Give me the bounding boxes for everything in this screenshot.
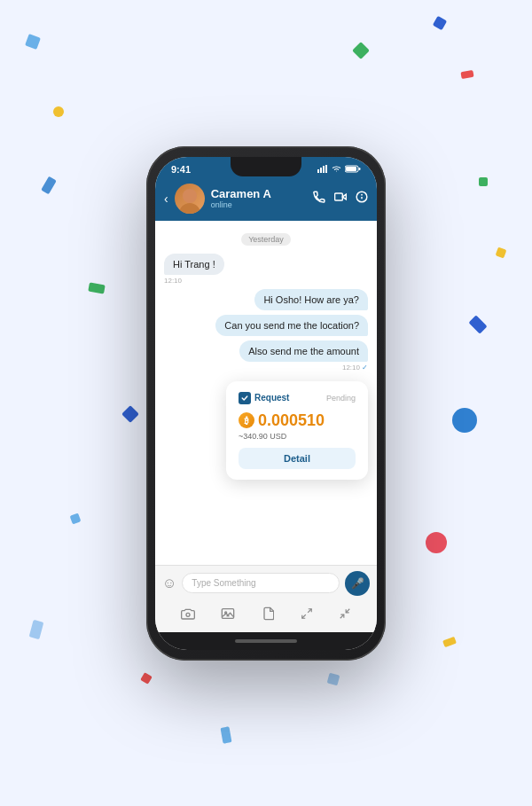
checkbox-icon (241, 395, 248, 402)
file-icon[interactable] (262, 606, 274, 623)
back-button[interactable]: ‹ (164, 192, 168, 206)
btc-icon: ₿ (239, 412, 254, 428)
confetti-piece (53, 106, 64, 117)
confetti-piece (468, 315, 487, 333)
confetti-piece (352, 42, 370, 59)
request-status: Pending (326, 394, 356, 403)
confetti-piece (25, 34, 41, 50)
confetti-piece (426, 532, 447, 553)
btc-amount: ₿ 0.000510 (239, 411, 356, 430)
bubble-right: Can you send me the location? (215, 315, 368, 336)
home-bar (235, 639, 297, 643)
contact-status: online (211, 200, 307, 209)
message-item: Hi Osho! How are ya? (254, 289, 368, 310)
signal-icon (317, 165, 328, 173)
confetti-piece (479, 177, 488, 186)
phone-screen: 9:41 (155, 157, 377, 650)
phone-frame: 9:41 (146, 146, 386, 661)
voice-call-icon[interactable] (313, 191, 325, 206)
svg-point-14 (186, 613, 190, 616)
message-time: 12:10 (164, 277, 224, 285)
svg-rect-1 (320, 168, 322, 173)
contact-name: Caramen A (211, 187, 307, 200)
message-item: Also send me the amount 12:10 ✓ (239, 340, 368, 372)
confetti-piece (29, 620, 44, 639)
camera-icon[interactable] (181, 607, 195, 622)
messages-area: Yesterday Hi Trang ! 12:10 Hi Osho! How … (155, 221, 377, 565)
svg-rect-0 (317, 169, 319, 173)
svg-rect-5 (346, 167, 356, 171)
gallery-icon[interactable] (221, 607, 235, 622)
svg-point-7 (179, 203, 200, 214)
confetti-piece (41, 176, 57, 195)
confetti-piece (460, 70, 473, 79)
confetti-piece (433, 16, 447, 30)
bubble-right: Also send me the amount (239, 340, 368, 362)
confetti-piece (88, 283, 105, 294)
header-info: Caramen A online (211, 187, 307, 209)
date-separator: Yesterday (241, 233, 291, 246)
message-item: Can you send me the location? (215, 315, 368, 336)
svg-rect-6 (359, 168, 361, 170)
read-receipt-icon: ✓ (362, 364, 368, 372)
message-item: Hi Trang ! 12:10 (164, 254, 224, 285)
home-indicator (155, 632, 377, 650)
bubble-right: Hi Osho! How are ya? (254, 289, 368, 310)
svg-rect-3 (325, 165, 327, 173)
svg-line-17 (308, 608, 311, 612)
header-actions (313, 191, 368, 206)
emoji-button[interactable]: ☺ (162, 575, 176, 591)
status-icons (317, 165, 361, 173)
request-card-header: Request Pending (239, 392, 356, 404)
svg-line-20 (346, 608, 349, 612)
message-input[interactable]: Type Something (182, 573, 340, 593)
info-icon[interactable] (356, 191, 368, 206)
svg-rect-15 (223, 608, 234, 618)
bottom-toolbar (155, 601, 377, 632)
confetti-piece (327, 673, 340, 686)
chat-header: ‹ Caramen A online (155, 178, 377, 221)
confetti-piece (496, 247, 507, 259)
avatar (175, 184, 205, 214)
notch (231, 157, 301, 176)
svg-point-8 (183, 189, 197, 203)
battery-icon (345, 165, 361, 173)
mic-icon: 🎤 (351, 577, 364, 590)
request-label: Request (239, 392, 289, 404)
svg-line-19 (340, 614, 344, 618)
confetti-piece (140, 672, 153, 685)
confetti-piece (70, 513, 82, 525)
detail-button[interactable]: Detail (239, 448, 356, 469)
confetti-piece (452, 408, 477, 433)
request-card: Request Pending ₿ 0.000510 ~340.90 USD D… (226, 381, 368, 480)
message-time: 12:10 ✓ (239, 364, 368, 372)
request-icon-box (239, 392, 251, 404)
svg-line-18 (301, 614, 305, 618)
bubble-left: Hi Trang ! (164, 254, 224, 275)
svg-rect-10 (335, 193, 343, 200)
usd-amount: ~340.90 USD (239, 432, 356, 441)
input-bar: ☺ Type Something 🎤 (155, 565, 377, 601)
confetti-piece (442, 637, 457, 647)
mic-button[interactable]: 🎤 (345, 571, 370, 596)
confetti-piece (221, 726, 232, 743)
expand-icon[interactable] (301, 607, 313, 622)
wifi-icon (332, 166, 341, 173)
svg-rect-2 (323, 166, 325, 173)
video-call-icon[interactable] (334, 191, 347, 206)
compress-icon[interactable] (339, 607, 351, 622)
confetti-piece (121, 405, 139, 423)
status-time: 9:41 (171, 164, 191, 175)
